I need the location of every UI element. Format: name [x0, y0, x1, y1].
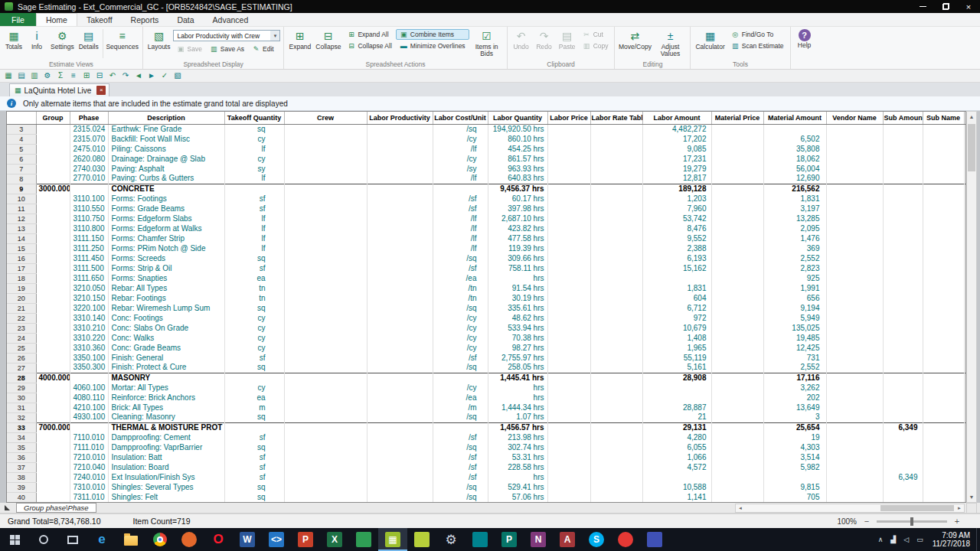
cell[interactable] [367, 263, 433, 273]
row-number[interactable]: 23 [7, 323, 36, 333]
cell[interactable]: 8,476 [642, 223, 711, 233]
cell[interactable]: 3000.000 [36, 184, 70, 194]
item-row[interactable]: 367210.010Insulation: Battsf/sf53.31 hrs… [7, 452, 966, 462]
cell[interactable] [547, 124, 590, 134]
cell[interactable] [590, 452, 642, 462]
cell[interactable] [883, 313, 923, 323]
taskbar-app-teal-icon[interactable] [466, 528, 495, 551]
cell[interactable]: 3350.300 [70, 363, 108, 373]
cell[interactable]: Forms: Chamfer Strip [108, 233, 224, 243]
cell[interactable]: Conc: Slabs On Grade [108, 323, 224, 333]
cell[interactable]: Mortar: All Types [108, 383, 224, 393]
cell[interactable] [883, 383, 923, 393]
cell[interactable]: 9,815 [763, 482, 826, 492]
cell[interactable]: 6,349 [883, 422, 923, 432]
cell[interactable]: cy [224, 313, 284, 323]
cell[interactable]: Forms: Snapties [108, 273, 224, 283]
cell[interactable] [367, 293, 433, 303]
cell[interactable]: /ea [433, 393, 488, 403]
cell[interactable]: 28,908 [642, 373, 711, 383]
expand-all-button[interactable]: ⊞Expand All [343, 29, 395, 40]
cell[interactable] [547, 412, 590, 422]
cell[interactable]: 1,476 [763, 233, 826, 243]
cell[interactable] [433, 373, 488, 383]
cell[interactable] [36, 124, 70, 134]
cell[interactable] [367, 373, 433, 383]
row-number[interactable]: 31 [7, 403, 36, 412]
quick-toolbar-icon[interactable]: ► [145, 70, 158, 81]
cell[interactable]: 4,572 [642, 462, 711, 472]
cell[interactable]: Reinforce: Brick Anchors [108, 393, 224, 403]
cell[interactable] [367, 194, 433, 204]
cell[interactable] [883, 233, 923, 243]
cell[interactable] [547, 303, 590, 313]
cell[interactable] [590, 432, 642, 442]
column-header[interactable]: Vendor Name [826, 112, 883, 124]
cell[interactable] [590, 134, 642, 144]
item-row[interactable]: 103110.100Forms: Footingssf/sf60.17 hrs1… [7, 194, 966, 204]
cell[interactable] [547, 184, 590, 194]
cell[interactable] [711, 403, 763, 412]
layouts-button[interactable]: ▧Layouts [145, 28, 173, 60]
cell[interactable]: Forms: Screeds [108, 253, 224, 263]
cell[interactable]: 3,514 [763, 452, 826, 462]
cell[interactable] [826, 144, 883, 154]
cell[interactable]: cy [224, 333, 284, 343]
cell[interactable] [284, 134, 367, 144]
cell[interactable] [826, 363, 883, 373]
cell[interactable]: MASONRY [108, 373, 224, 383]
cell[interactable] [590, 243, 642, 253]
move-copy-button[interactable]: ⇄Move/Copy [617, 28, 652, 60]
cell[interactable] [923, 343, 964, 353]
cell[interactable]: 3220.100 [70, 303, 108, 313]
cell[interactable]: sq [224, 124, 284, 134]
cell[interactable]: Forms: Edgeform at Walks [108, 223, 224, 233]
horizontal-scrollbar[interactable]: ◄ ► [735, 504, 965, 513]
cell[interactable] [883, 333, 923, 343]
cell[interactable]: 3110.800 [70, 223, 108, 233]
cell[interactable] [883, 432, 923, 442]
quick-toolbar-icon[interactable]: ↶ [106, 70, 119, 81]
taskbar-file-explorer-icon[interactable] [116, 528, 145, 551]
cell[interactable] [883, 412, 923, 422]
cell[interactable] [923, 303, 964, 313]
cell[interactable] [711, 273, 763, 283]
cell[interactable] [36, 323, 70, 333]
cell[interactable]: /lf [433, 214, 488, 223]
item-row[interactable]: 347110.010Dampproofing: Cementsf/sf213.9… [7, 432, 966, 442]
cell[interactable]: /tn [433, 293, 488, 303]
paste-button[interactable]: ▤Paste [556, 28, 579, 60]
item-row[interactable]: 82770.010Paving: Curbs & Gutterslf/lf640… [7, 174, 966, 184]
cell[interactable] [590, 223, 642, 233]
cell[interactable] [547, 174, 590, 184]
cell[interactable]: cy [224, 134, 284, 144]
cell[interactable] [763, 472, 826, 482]
tab-close-icon[interactable]: × [96, 86, 106, 95]
cell[interactable] [883, 263, 923, 273]
cell[interactable] [590, 184, 642, 194]
cell[interactable] [547, 482, 590, 492]
quick-toolbar-icon[interactable]: ⊞ [80, 70, 93, 81]
cell[interactable]: /sf [433, 204, 488, 214]
cell[interactable]: 7111.010 [70, 442, 108, 452]
row-number[interactable]: 5 [7, 144, 36, 154]
cell[interactable] [711, 452, 763, 462]
cell[interactable] [711, 233, 763, 243]
cell[interactable]: 53,742 [642, 214, 711, 223]
cell[interactable]: 1,141 [642, 492, 711, 502]
cell[interactable] [642, 273, 711, 283]
cell[interactable]: 731 [763, 353, 826, 363]
cell[interactable] [883, 403, 923, 412]
item-row[interactable]: 203210.150Rebar: Footingstn/tn30.19 hrs6… [7, 293, 966, 303]
start-button[interactable] [0, 528, 29, 551]
cell[interactable]: 3310.210 [70, 323, 108, 333]
cell[interactable] [826, 442, 883, 452]
cell[interactable]: Insulation: Batt [108, 452, 224, 462]
cell[interactable]: 2315.070 [70, 134, 108, 144]
cell[interactable] [883, 144, 923, 154]
cell[interactable] [367, 472, 433, 482]
cell[interactable] [547, 313, 590, 323]
row-number[interactable]: 11 [7, 204, 36, 214]
cell[interactable] [923, 283, 964, 293]
cell[interactable]: 369 [763, 243, 826, 253]
